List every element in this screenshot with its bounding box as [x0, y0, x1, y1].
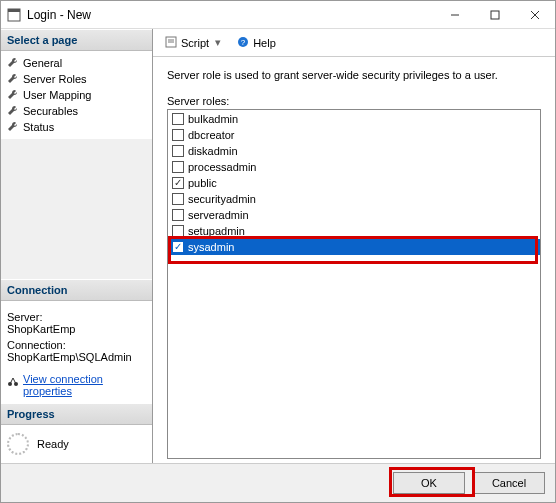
title-bar: Login - New	[1, 1, 555, 29]
page-general[interactable]: General	[3, 55, 150, 71]
wrench-icon	[7, 105, 19, 117]
wrench-icon	[7, 121, 19, 133]
role-name: serveradmin	[188, 209, 249, 221]
maximize-button[interactable]	[475, 2, 515, 28]
window-title: Login - New	[27, 8, 435, 22]
help-button[interactable]: ? Help	[233, 34, 280, 52]
role-name: sysadmin	[188, 241, 234, 253]
role-row[interactable]: processadmin	[168, 159, 540, 175]
page-label: User Mapping	[23, 89, 91, 101]
help-icon: ?	[237, 36, 249, 50]
role-checkbox[interactable]	[172, 193, 184, 205]
connection-info: Server: ShopKartEmp Connection: ShopKart…	[1, 301, 152, 403]
toolbar: Script ▾ ? Help	[153, 29, 555, 57]
wrench-icon	[7, 73, 19, 85]
role-row[interactable]: sysadmin	[168, 239, 540, 255]
progress-status: Ready	[37, 438, 69, 450]
role-name: dbcreator	[188, 129, 234, 141]
role-row[interactable]: serveradmin	[168, 207, 540, 223]
script-icon	[165, 36, 177, 50]
page-list: General Server Roles User Mapping Secura…	[1, 51, 152, 139]
close-button[interactable]	[515, 2, 555, 28]
role-row[interactable]: dbcreator	[168, 127, 540, 143]
page-label: Status	[23, 121, 54, 133]
page-description: Server role is used to grant server-wide…	[167, 69, 541, 81]
progress-area: Ready	[1, 425, 152, 463]
role-row[interactable]: setupadmin	[168, 223, 540, 239]
connection-label: Connection:	[7, 339, 146, 351]
role-checkbox[interactable]	[172, 209, 184, 221]
wrench-icon	[7, 89, 19, 101]
dialog-footer: OK Cancel	[1, 463, 555, 502]
minimize-button[interactable]	[435, 2, 475, 28]
server-roles-label: Server roles:	[167, 95, 541, 107]
dropdown-arrow-icon: ▾	[213, 36, 223, 49]
page-label: General	[23, 57, 62, 69]
page-server-roles[interactable]: Server Roles	[3, 71, 150, 87]
role-row[interactable]: diskadmin	[168, 143, 540, 159]
wrench-icon	[7, 57, 19, 69]
page-label: Securables	[23, 105, 78, 117]
role-checkbox[interactable]	[172, 113, 184, 125]
role-name: diskadmin	[188, 145, 238, 157]
connection-header: Connection	[1, 279, 152, 301]
svg-rect-3	[491, 11, 499, 19]
role-checkbox[interactable]	[172, 161, 184, 173]
script-label: Script	[181, 37, 209, 49]
role-name: securityadmin	[188, 193, 256, 205]
role-checkbox[interactable]	[172, 129, 184, 141]
app-icon	[7, 8, 21, 22]
role-name: bulkadmin	[188, 113, 238, 125]
server-label: Server:	[7, 311, 146, 323]
page-status[interactable]: Status	[3, 119, 150, 135]
role-name: setupadmin	[188, 225, 245, 237]
script-button[interactable]: Script ▾	[161, 34, 227, 52]
role-row[interactable]: securityadmin	[168, 191, 540, 207]
role-checkbox[interactable]	[172, 241, 184, 253]
page-securables[interactable]: Securables	[3, 103, 150, 119]
role-name: processadmin	[188, 161, 256, 173]
cancel-button[interactable]: Cancel	[473, 472, 545, 494]
select-page-header: Select a page	[1, 29, 152, 51]
page-user-mapping[interactable]: User Mapping	[3, 87, 150, 103]
help-label: Help	[253, 37, 276, 49]
page-label: Server Roles	[23, 73, 87, 85]
progress-header: Progress	[1, 403, 152, 425]
role-row[interactable]: bulkadmin	[168, 111, 540, 127]
role-checkbox[interactable]	[172, 177, 184, 189]
ok-button[interactable]: OK	[393, 472, 465, 494]
connection-value: ShopKartEmp\SQLAdmin	[7, 351, 146, 363]
server-value: ShopKartEmp	[7, 323, 146, 335]
role-row[interactable]: public	[168, 175, 540, 191]
role-checkbox[interactable]	[172, 145, 184, 157]
server-roles-list[interactable]: bulkadmindbcreatordiskadminprocessadminp…	[167, 109, 541, 459]
sidebar: Select a page General Server Roles User …	[1, 29, 153, 463]
progress-spinner-icon	[7, 433, 29, 455]
svg-rect-1	[8, 9, 20, 12]
view-connection-properties-link[interactable]: View connection properties	[23, 373, 146, 397]
role-checkbox[interactable]	[172, 225, 184, 237]
role-name: public	[188, 177, 217, 189]
svg-text:?: ?	[241, 38, 246, 47]
network-icon	[7, 375, 19, 389]
